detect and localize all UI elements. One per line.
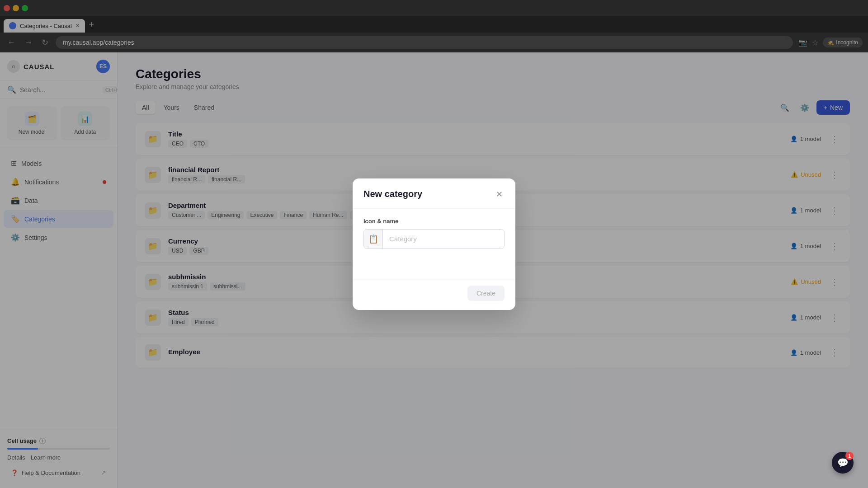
modal-footer: Create (353, 280, 515, 310)
modal-header: New category ✕ (353, 178, 515, 209)
create-category-btn[interactable]: Create (467, 286, 505, 301)
chat-fab[interactable]: 💬 1 (832, 452, 854, 474)
modal-body: Icon & name 📋 (353, 209, 515, 280)
modal-spacer (363, 249, 505, 271)
new-category-modal: New category ✕ Icon & name 📋 Create (353, 178, 515, 310)
icon-name-field-label: Icon & name (363, 218, 505, 225)
icon-name-row: 📋 (363, 229, 505, 249)
modal-title: New category (363, 189, 422, 199)
chat-badge: 1 (845, 452, 854, 460)
modal-overlay[interactable]: New category ✕ Icon & name 📋 Create (0, 0, 868, 488)
modal-close-btn[interactable]: ✕ (494, 188, 505, 201)
icon-picker-btn[interactable]: 📋 (364, 230, 383, 249)
category-name-input[interactable] (383, 230, 504, 247)
